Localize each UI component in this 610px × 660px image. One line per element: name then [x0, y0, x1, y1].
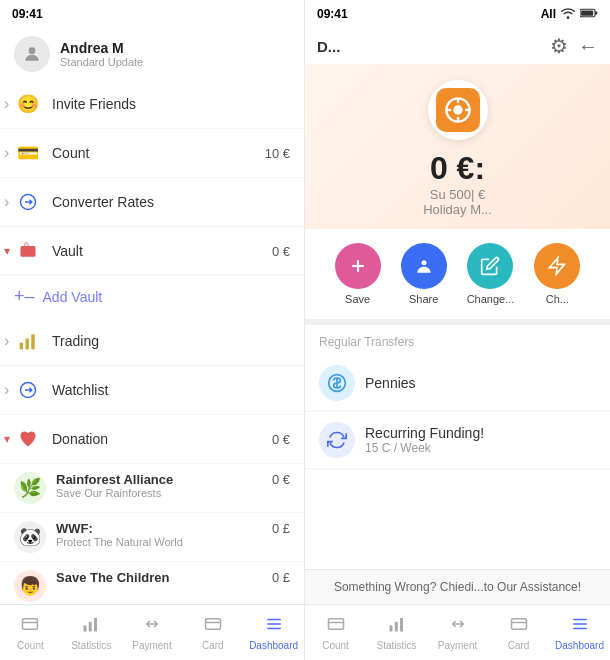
nav-card[interactable]: Card — [182, 611, 243, 655]
rnav-statistics-icon — [388, 615, 406, 638]
status-bar-right: 09:41 All — [305, 0, 610, 28]
nav-dashboard[interactable]: Dashboard — [243, 611, 304, 655]
action-save[interactable]: Save — [335, 243, 381, 305]
wwf-info: WWF: Protect The Natural World — [56, 521, 183, 548]
menu-item-vault[interactable]: Vault 0 € — [0, 227, 304, 276]
action-change[interactable]: Change... — [467, 243, 515, 305]
wwf-icon: 🐼 — [14, 521, 46, 553]
ch2-label: Ch... — [546, 293, 569, 305]
menu-item-invite[interactable]: 😊 Invite Friends — [0, 80, 304, 129]
plus-icon: +– — [14, 286, 35, 307]
svg-rect-19 — [595, 12, 597, 15]
watchlist-label: Watchlist — [52, 382, 290, 398]
user-name: Andrea M — [60, 40, 143, 56]
svg-rect-3 — [20, 343, 23, 350]
nav-statistics[interactable]: Statistics — [61, 611, 122, 655]
rnav-statistics[interactable]: Statistics — [366, 611, 427, 655]
action-share[interactable]: Share — [401, 243, 447, 305]
rnav-payment[interactable]: Payment — [427, 611, 488, 655]
vault-logo-wrap — [428, 80, 488, 140]
savechildren-value: 0 £ — [272, 570, 290, 585]
svg-rect-7 — [23, 618, 38, 629]
status-bar-left: 09:41 — [0, 0, 304, 28]
rnav-card-icon — [510, 615, 528, 638]
gear-icon[interactable]: ⚙ — [550, 34, 568, 58]
nav-statistics-icon — [82, 615, 100, 638]
donation-value: 0 € — [272, 432, 290, 447]
vault-label: Vault — [52, 243, 272, 259]
transfer-recurring[interactable]: Recurring Funding! 15 C / Week — [305, 412, 610, 469]
help-text: Something Wrong? Chiedi...to Our Assista… — [334, 580, 581, 594]
action-ch2[interactable]: Ch... — [534, 243, 580, 305]
nav-payment-label: Payment — [132, 640, 171, 651]
wwf-name: WWF: — [56, 521, 183, 536]
ch2-circle — [534, 243, 580, 289]
nav-card-label: Card — [202, 640, 224, 651]
share-circle — [401, 243, 447, 289]
recurring-name: Recurring Funding! — [365, 425, 484, 441]
status-all: All — [541, 7, 556, 21]
add-vault-label: Add Vault — [43, 289, 103, 305]
vault-amount: 0 €: — [430, 150, 485, 187]
svg-rect-34 — [511, 618, 526, 629]
menu-item-count[interactable]: 💳 Count 10 € — [0, 129, 304, 178]
vault-value: 0 € — [272, 244, 290, 259]
rnav-card-label: Card — [508, 640, 530, 651]
rnav-dashboard-label: Dashboard — [555, 640, 604, 651]
savechildren-name: Save The Children — [56, 570, 169, 585]
svg-point-28 — [421, 260, 426, 265]
vault-sub-amount: Su 500| € — [430, 187, 485, 202]
count-icon: 💳 — [14, 139, 42, 167]
nav-dashboard-label: Dashboard — [249, 640, 298, 651]
svg-rect-11 — [94, 618, 97, 632]
rnav-payment-label: Payment — [438, 640, 477, 651]
nav-count-icon — [21, 615, 39, 638]
org-item-savechildren[interactable]: 👦 Save The Children 0 £ — [0, 562, 304, 604]
right-panel: 09:41 All D... ⚙ ← — [305, 0, 610, 660]
pennies-name: Pennies — [365, 375, 416, 391]
rnav-count[interactable]: Count — [305, 611, 366, 655]
add-vault-item[interactable]: +– Add Vault — [0, 276, 304, 317]
nav-payment[interactable]: Payment — [122, 611, 183, 655]
recurring-icon — [319, 422, 355, 458]
save-circle — [335, 243, 381, 289]
user-section[interactable]: Andrea M Standard Update — [0, 28, 304, 80]
pennies-info: Pennies — [365, 375, 416, 391]
bottom-nav-left: Count Statistics Payment — [0, 604, 304, 660]
status-right-icons: All — [541, 7, 598, 22]
right-header: D... ⚙ ← — [305, 28, 610, 64]
vault-hero: 0 €: Su 500| € Holiday M... — [305, 64, 610, 229]
menu-item-converter[interactable]: Converter Rates — [0, 178, 304, 227]
rnav-dashboard-icon — [571, 615, 589, 638]
menu-item-watchlist[interactable]: Watchlist — [0, 366, 304, 415]
rnav-dashboard[interactable]: Dashboard — [549, 611, 610, 655]
svg-rect-29 — [328, 618, 343, 629]
invite-icon: 😊 — [14, 90, 42, 118]
back-icon[interactable]: ← — [578, 35, 598, 58]
user-sub: Standard Update — [60, 56, 143, 68]
recurring-sub: 15 C / Week — [365, 441, 484, 455]
menu-item-trading[interactable]: Trading — [0, 317, 304, 366]
svg-rect-12 — [205, 618, 220, 629]
svg-point-21 — [453, 105, 462, 114]
trading-label: Trading — [52, 333, 290, 349]
svg-rect-2 — [21, 246, 36, 257]
watchlist-icon — [14, 376, 42, 404]
share-label: Share — [409, 293, 438, 305]
rnav-payment-icon — [449, 615, 467, 638]
avatar — [14, 36, 50, 72]
help-banner[interactable]: Something Wrong? Chiedi...to Our Assista… — [305, 569, 610, 604]
converter-label: Converter Rates — [52, 194, 290, 210]
nav-count[interactable]: Count — [0, 611, 61, 655]
org-item-rainforest[interactable]: 🌿 Rainforest Alliance Save Our Rainfores… — [0, 464, 304, 513]
regular-transfers-title: Regular Transfers — [305, 325, 610, 355]
rnav-card[interactable]: Card — [488, 611, 549, 655]
transfer-pennies[interactable]: Pennies — [305, 355, 610, 412]
menu-item-donation[interactable]: Donation 0 € — [0, 415, 304, 464]
org-item-wwf[interactable]: 🐼 WWF: Protect The Natural World 0 £ — [0, 513, 304, 562]
rnav-count-label: Count — [322, 640, 349, 651]
rnav-statistics-label: Statistics — [376, 640, 416, 651]
svg-rect-5 — [31, 334, 34, 349]
svg-rect-9 — [84, 625, 87, 631]
user-info: Andrea M Standard Update — [60, 40, 143, 68]
